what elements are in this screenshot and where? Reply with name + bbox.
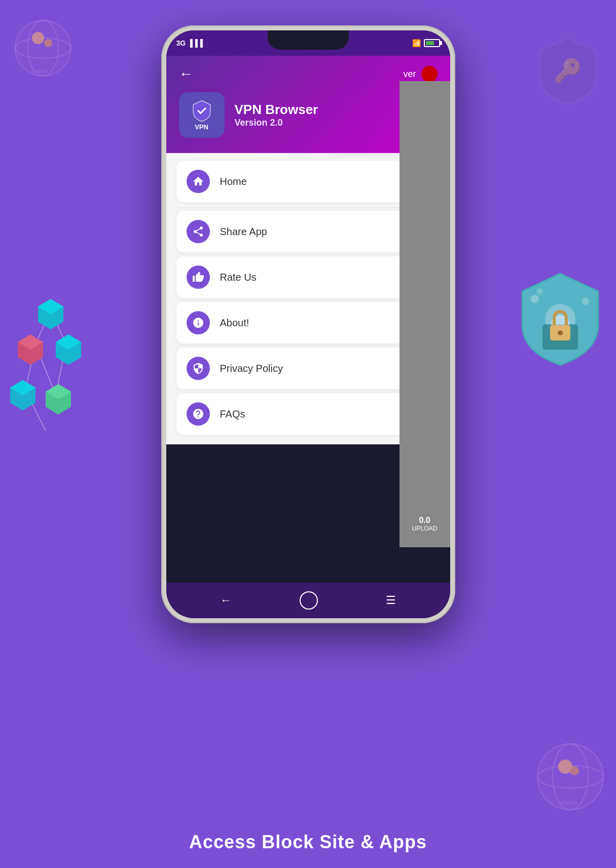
- svg-text:🔑: 🔑: [554, 57, 583, 85]
- home-icon: [192, 175, 204, 187]
- phone-inner: 3G ▐▐▐ 📶 ← ver: [166, 30, 450, 618]
- share-icon: [192, 225, 204, 238]
- bg-globe-topleft: [10, 15, 76, 81]
- question-icon: [192, 408, 204, 420]
- app-screen: ← ver VPN: [166, 56, 450, 583]
- battery-indicator: [424, 39, 440, 47]
- nav-menu-button[interactable]: ☰: [386, 594, 396, 607]
- phone-bottom-bar: ← ☰: [166, 583, 450, 618]
- bg-node-graph: [10, 294, 91, 446]
- about-label: About!: [220, 317, 416, 329]
- upload-value: 0.0: [419, 516, 430, 525]
- home-label: Home: [220, 176, 416, 187]
- thumbsup-icon: [192, 271, 204, 283]
- svg-point-5: [44, 39, 52, 47]
- bg-globe-bottomright: [530, 736, 611, 817]
- header-right-area: ver: [403, 66, 437, 82]
- vpn-label: VPN: [195, 123, 208, 131]
- privacy-icon-wrapper: [187, 357, 210, 380]
- header-top-row: ← ver: [179, 66, 438, 82]
- info-icon: [192, 317, 204, 329]
- phone-outer: 3G ▐▐▐ 📶 ← ver: [161, 25, 455, 623]
- svg-rect-38: [559, 801, 577, 805]
- back-button[interactable]: ←: [179, 66, 193, 82]
- status-right-icons: 📶: [412, 39, 440, 47]
- app-title-block: VPN Browser Version 2.0: [235, 102, 318, 128]
- svg-point-37: [570, 766, 579, 775]
- faqs-icon-wrapper: [187, 402, 210, 426]
- vpn-logo-box: VPN: [179, 92, 225, 138]
- home-icon-wrapper: [187, 170, 210, 193]
- rec-dot: [421, 66, 438, 82]
- phone-wrapper: 3G ▐▐▐ 📶 ← ver: [161, 25, 455, 633]
- notch: [268, 30, 349, 50]
- vpn-shield-icon: [192, 100, 212, 122]
- privacy-label: Privacy Policy: [220, 363, 416, 374]
- share-label: Share App: [220, 226, 416, 238]
- rate-icon-wrapper: [187, 266, 210, 289]
- wifi-icon: 📶: [412, 39, 421, 47]
- bg-shield-lock: [510, 269, 611, 370]
- svg-point-15: [582, 298, 589, 305]
- about-icon-wrapper: [187, 311, 210, 334]
- app-version: Version 2.0: [235, 118, 318, 128]
- rate-label: Rate Us: [220, 272, 416, 283]
- svg-point-3: [15, 20, 71, 76]
- battery-fill: [426, 41, 434, 45]
- svg-point-14: [537, 288, 543, 294]
- status-bar: 3G ▐▐▐ 📶: [166, 30, 450, 56]
- faqs-label: FAQs: [220, 408, 416, 420]
- share-icon-wrapper: [187, 220, 210, 243]
- nav-home-button[interactable]: [300, 591, 318, 610]
- svg-point-4: [32, 32, 44, 44]
- header-ver-label: ver: [403, 69, 416, 80]
- svg-point-12: [558, 330, 563, 335]
- nav-back-button[interactable]: ←: [221, 594, 232, 607]
- right-panel: 0.0 UPLOAD: [400, 81, 450, 547]
- bottom-tagline: Access Block Site & Apps: [0, 832, 616, 853]
- bg-shield-topright: 🔑: [530, 30, 606, 106]
- app-name: VPN Browser: [235, 102, 318, 118]
- app-info-row: VPN VPN Browser Version 2.0: [179, 92, 438, 138]
- svg-point-13: [531, 295, 539, 303]
- signal-indicator: 3G ▐▐▐: [176, 39, 203, 47]
- user-shield-icon: [192, 362, 204, 374]
- svg-rect-6: [31, 70, 47, 73]
- upload-label: UPLOAD: [412, 525, 437, 532]
